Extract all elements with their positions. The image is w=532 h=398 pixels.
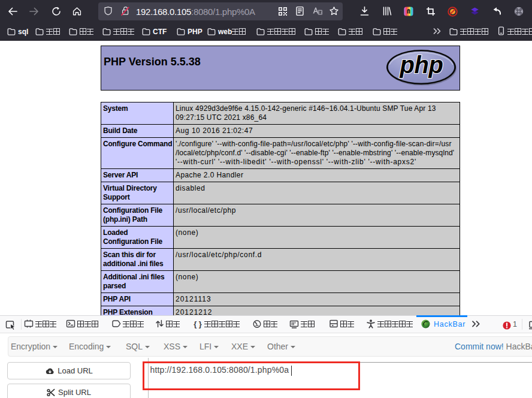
svg-text:{ }: { } xyxy=(194,319,202,328)
svg-text:php: php xyxy=(400,52,443,78)
